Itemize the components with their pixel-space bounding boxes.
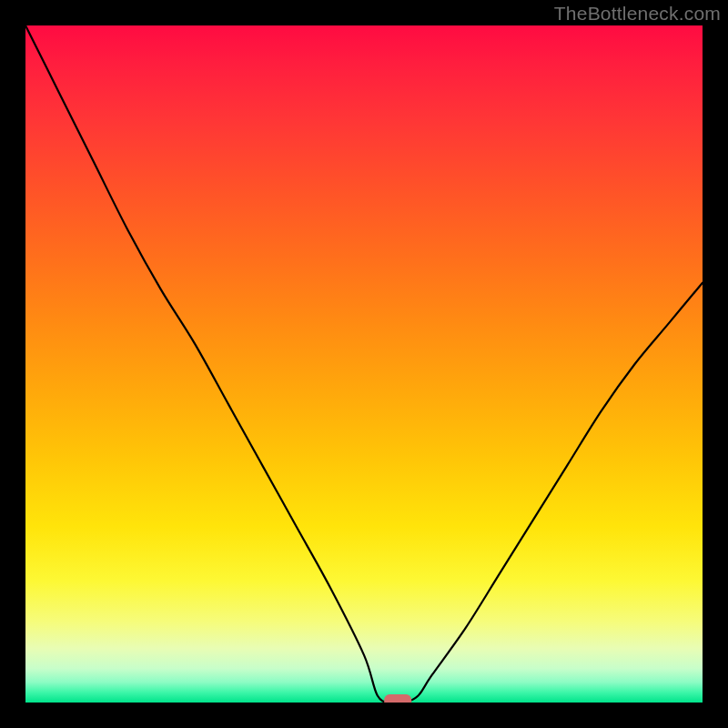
bottleneck-curve xyxy=(25,25,703,703)
chart-svg xyxy=(25,25,703,703)
plot-area xyxy=(25,25,703,703)
optimal-marker xyxy=(384,694,411,703)
chart-frame: TheBottleneck.com xyxy=(0,0,728,728)
watermark-text: TheBottleneck.com xyxy=(554,3,721,25)
